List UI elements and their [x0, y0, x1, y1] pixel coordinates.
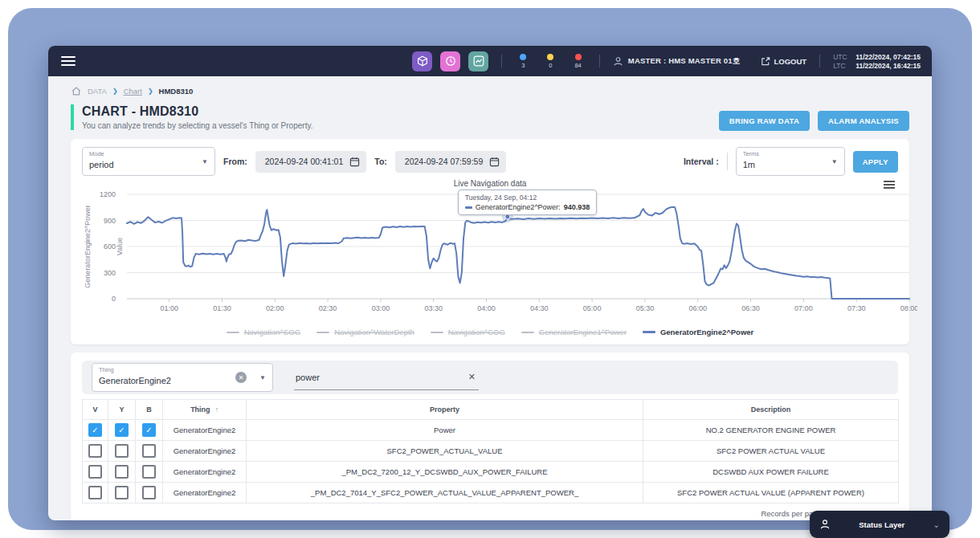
svg-text:02:00: 02:00: [266, 304, 284, 312]
cell-description: NO.2 GENERATOR ENGINE POWER: [643, 420, 899, 441]
thing-select[interactable]: Thing GeneratorEngine2 ✕ ▼: [92, 363, 273, 392]
logout-button[interactable]: LOGOUT: [760, 56, 807, 67]
checkbox[interactable]: ✓: [142, 423, 156, 437]
breadcrumb: DATA ❯ Chart ❯ HMD8310: [71, 86, 909, 96]
svg-text:08:00: 08:00: [900, 304, 917, 312]
svg-text:0: 0: [112, 295, 116, 303]
checkbox[interactable]: [142, 444, 156, 458]
divider: [501, 55, 502, 67]
to-datetime-input[interactable]: 2024-09-24 07:59:59: [395, 151, 507, 173]
menu-icon[interactable]: [61, 56, 76, 66]
chart-title: Live Navigation data: [82, 179, 898, 188]
cell-description: SFC2 POWER ACTUAL VALUE (APPARENT POWER): [643, 483, 899, 503]
user-label: MASTER : HMS MASTER 01호: [628, 56, 741, 67]
ltc-time: 11/22/2024, 16:42:15: [855, 62, 921, 70]
divider: [727, 153, 728, 170]
legend-item[interactable]: Navigation^WaterDepth: [316, 328, 414, 336]
svg-text:04:00: 04:00: [477, 304, 496, 312]
checkbox[interactable]: [88, 465, 102, 479]
mode-select[interactable]: Mode period ▼: [82, 147, 215, 176]
checkbox[interactable]: [115, 486, 129, 499]
checkbox[interactable]: [115, 465, 129, 479]
sort-asc-icon: ↑: [215, 406, 218, 414]
cell-thing: GeneratorEngine2: [163, 483, 247, 503]
alarm-analysis-button[interactable]: ALARM ANALYSIS: [818, 111, 909, 131]
legend-item[interactable]: Navigation^SOG: [227, 328, 300, 336]
breadcrumb-data[interactable]: DATA: [88, 87, 107, 96]
page-title: CHART - HMD8310: [82, 104, 312, 119]
calendar-icon[interactable]: [349, 157, 360, 167]
user-icon: [613, 56, 623, 67]
svg-text:05:30: 05:30: [636, 304, 655, 312]
svg-text:900: 900: [104, 217, 116, 225]
svg-text:03:30: 03:30: [424, 304, 443, 312]
timer-button[interactable]: [440, 51, 460, 71]
cell-thing: GeneratorEngine2: [163, 441, 247, 462]
cell-thing: GeneratorEngine2: [163, 420, 247, 441]
page-subtitle: You can analyze trends by selecting a ve…: [82, 121, 312, 130]
filter-bar: Thing GeneratorEngine2 ✕ ▼ ✕: [82, 361, 898, 394]
legend-item[interactable]: Navigation^COG: [431, 328, 505, 336]
checkbox[interactable]: [142, 486, 156, 499]
col-thing[interactable]: Thing↑: [163, 400, 247, 420]
user-menu[interactable]: MASTER : HMS MASTER 01호: [613, 56, 741, 67]
clear-thing-icon[interactable]: ✕: [235, 372, 247, 383]
chart-context-menu-icon[interactable]: [884, 181, 895, 189]
terms-select-value: 1m: [743, 160, 755, 169]
clock-panel: UTC 11/22/2024, 07:42:15 LTC 11/22/2024,…: [833, 53, 921, 70]
chevron-down-icon: ▼: [251, 374, 266, 381]
cell-property: Power: [247, 420, 643, 441]
terms-select[interactable]: Terms 1m ▼: [736, 147, 845, 176]
col-property[interactable]: Property: [247, 400, 643, 420]
chart-module-button[interactable]: [468, 51, 488, 71]
bring-raw-data-button[interactable]: BRING RAW DATA: [719, 111, 810, 131]
col-v[interactable]: V: [83, 400, 108, 420]
property-table-card: Thing GeneratorEngine2 ✕ ▼ ✕ V Y B: [71, 353, 909, 520]
cube-icon: [417, 55, 428, 67]
col-description[interactable]: Description: [643, 400, 899, 420]
svg-text:01:30: 01:30: [213, 304, 231, 312]
to-label: To:: [374, 157, 387, 166]
alert-counter-info[interactable]: 3: [520, 54, 526, 69]
title-block: CHART - HMD8310 You can analyze trends b…: [71, 104, 312, 130]
info-dot-icon: [520, 54, 526, 60]
cell-property: SFC2_POWER_ACTUAL_VALUE: [247, 441, 643, 462]
alert-counter-alarm[interactable]: 84: [574, 54, 581, 69]
cell-property: _PM_DC2_7200_12_Y_DCSWBD_AUX_POWER_FAILU…: [247, 462, 643, 483]
legend-item[interactable]: GeneratorEngine1^Power: [521, 328, 627, 336]
col-b[interactable]: B: [136, 400, 163, 420]
svg-text:04:30: 04:30: [530, 304, 549, 312]
alert-counter-warning[interactable]: 0: [547, 54, 553, 69]
svg-text:06:00: 06:00: [688, 304, 707, 312]
alert-counters: 3084: [520, 54, 581, 69]
to-datetime-value: 2024-09-24 07:59:59: [405, 157, 484, 166]
checkbox[interactable]: [88, 486, 102, 499]
calendar-icon[interactable]: [489, 157, 500, 167]
svg-text:01:00: 01:00: [160, 304, 178, 312]
chevron-down-icon: ▼: [194, 158, 208, 165]
checkbox[interactable]: ✓: [88, 423, 102, 437]
chevron-down-icon: ▼: [823, 158, 838, 165]
warning-dot-icon: [547, 54, 553, 60]
status-layer-button[interactable]: Status Layer ⌄: [810, 511, 949, 538]
legend-line-icon: [521, 332, 534, 333]
apply-button[interactable]: APPLY: [853, 151, 898, 173]
svg-text:600: 600: [104, 243, 116, 251]
thing-select-label: Thing: [99, 366, 114, 373]
table-header-row: V Y B Thing↑ Property Description: [83, 400, 899, 420]
checkbox[interactable]: [142, 465, 156, 479]
breadcrumb-chart[interactable]: Chart: [124, 87, 142, 96]
legend-line-icon: [316, 332, 329, 333]
module-cube-button[interactable]: [412, 51, 432, 71]
checkbox[interactable]: [88, 444, 102, 458]
clear-search-icon[interactable]: ✕: [465, 372, 479, 382]
legend-item[interactable]: GeneratorEngine2^Power: [643, 328, 753, 336]
cell-description: SFC2 POWER ACTUAL VALUE: [643, 441, 899, 462]
home-icon[interactable]: [71, 86, 82, 96]
property-search-input[interactable]: [294, 372, 465, 383]
checkbox[interactable]: [115, 444, 129, 458]
checkbox[interactable]: ✓: [115, 423, 129, 437]
col-y[interactable]: Y: [108, 400, 136, 420]
table-row: ✓✓✓GeneratorEngine2PowerNO.2 GENERATOR E…: [83, 420, 899, 441]
from-datetime-input[interactable]: 2024-09-24 00:41:01: [255, 151, 367, 173]
